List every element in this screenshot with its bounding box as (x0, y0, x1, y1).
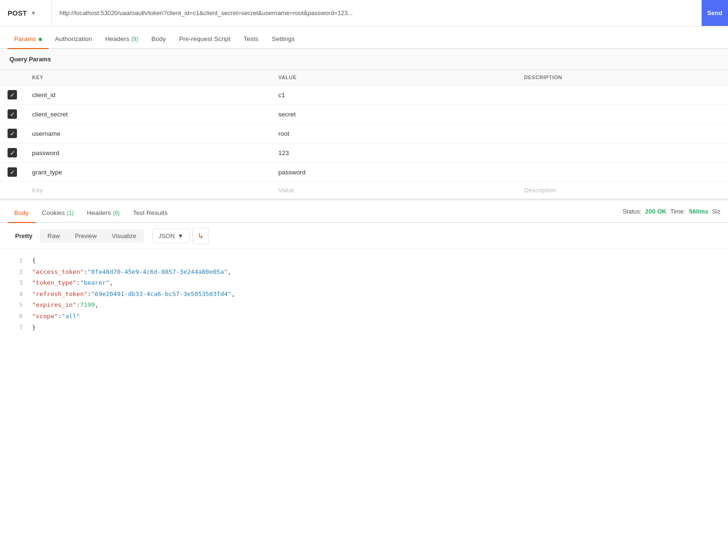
line-number: 1 (8, 256, 23, 266)
format-tab-raw[interactable]: Raw (40, 229, 67, 243)
tab-settings[interactable]: Settings (265, 30, 301, 48)
row-checkbox-cell[interactable]: ✓ (0, 124, 25, 143)
format-type-selector[interactable]: JSON ▼ (152, 229, 190, 243)
col-header-value: VALUE (271, 70, 516, 85)
row-desc-0[interactable] (517, 85, 728, 105)
method-selector[interactable]: POST ▼ (0, 0, 52, 26)
row-checkbox-cell[interactable]: ✓ (0, 85, 25, 105)
headers-badge: (9) (131, 36, 138, 42)
placeholder-description[interactable]: Description (517, 182, 728, 199)
request-tabs-row: Params Authorization Headers(9) Body Pre… (0, 26, 728, 49)
row-desc-2[interactable] (517, 124, 728, 143)
json-colon: : (87, 288, 91, 299)
row-checkbox-cell[interactable]: ✓ (0, 105, 25, 124)
tab-cookies[interactable]: Cookies(1) (35, 204, 80, 222)
response-tabs-left: Body Cookies(1) Headers(8) Test Results (8, 200, 622, 222)
json-value: "all" (62, 311, 80, 321)
row-key-4[interactable]: grant_type (25, 163, 271, 182)
json-comma: , (232, 288, 235, 299)
json-line: 6"scope": "all" (0, 311, 728, 322)
col-header-check (0, 70, 25, 85)
row-key-2[interactable]: username (25, 124, 271, 143)
row-checkbox-cell[interactable]: ✓ (0, 143, 25, 163)
checkmark-icon: ✓ (10, 92, 15, 98)
table-row: ✓ password 123 (0, 143, 728, 163)
response-headers-badge: (8) (113, 210, 120, 216)
format-tab-pretty[interactable]: Pretty (8, 229, 40, 243)
json-value: 7199 (80, 299, 95, 310)
json-output: 1{2"access_token": "0fe48d70-45e9-4c6d-8… (0, 249, 728, 338)
json-key: "expires_in" (32, 299, 76, 310)
json-key: "scope" (32, 311, 58, 321)
line-number: 4 (8, 289, 23, 300)
row-key-1[interactable]: client_secret (25, 105, 271, 124)
row-value-2[interactable]: root (271, 124, 516, 143)
wrap-button[interactable]: ↳ (192, 228, 209, 244)
col-header-key: KEY (25, 70, 271, 85)
json-key: "refresh_token" (32, 288, 87, 299)
checkmark-icon: ✓ (10, 111, 15, 117)
tab-response-body[interactable]: Body (8, 204, 35, 223)
tab-tests[interactable]: Tests (237, 30, 265, 48)
url-input[interactable] (52, 0, 702, 26)
json-brace: } (32, 322, 36, 333)
tab-response-headers[interactable]: Headers(8) (80, 204, 126, 222)
send-button[interactable]: Send (702, 0, 728, 26)
query-params-title: Query Params (0, 49, 728, 70)
response-status-bar: Status: 200 OK Time: 560ms Siz (622, 208, 720, 215)
json-line: 2"access_token": "0fe48d70-45e9-4c6d-885… (0, 266, 728, 278)
response-section: Body Cookies(1) Headers(8) Test Results … (0, 199, 728, 338)
row-desc-1[interactable] (517, 105, 728, 124)
json-line: 7} (0, 322, 728, 333)
json-brace: { (32, 255, 36, 266)
tab-params[interactable]: Params (8, 30, 49, 49)
params-table: KEY VALUE DESCRIPTION ✓ client_id c1 ✓ c… (0, 70, 728, 199)
json-colon: : (58, 311, 62, 321)
table-row: ✓ username root (0, 124, 728, 143)
checkmark-icon: ✓ (10, 131, 15, 137)
json-line: 1{ (0, 255, 728, 266)
format-tab-preview[interactable]: Preview (67, 229, 104, 243)
json-comma: , (95, 299, 99, 310)
checkbox-1[interactable]: ✓ (8, 109, 17, 119)
checkbox-2[interactable]: ✓ (8, 129, 17, 138)
json-value: "0fe48d70-45e9-4c6d-8857-3e244a80e05a" (87, 266, 227, 277)
row-checkbox-cell[interactable]: ✓ (0, 163, 25, 182)
row-desc-4[interactable] (517, 163, 728, 182)
table-row: ✓ client_id c1 (0, 85, 728, 105)
json-key: "access_token" (32, 266, 84, 277)
cookies-badge: (1) (67, 210, 74, 216)
row-desc-3[interactable] (517, 143, 728, 163)
placeholder-value[interactable]: Value (271, 182, 516, 199)
row-value-1[interactable]: secret (271, 105, 516, 124)
tab-test-results[interactable]: Test Results (126, 204, 174, 222)
placeholder-check (0, 182, 25, 199)
checkbox-3[interactable]: ✓ (8, 148, 17, 157)
method-label: POST (8, 9, 27, 17)
row-key-3[interactable]: password (25, 143, 271, 163)
row-value-3[interactable]: 123 (271, 143, 516, 163)
json-line: 5"expires_in": 7199, (0, 299, 728, 311)
json-colon: : (84, 266, 88, 277)
tab-pre-request-script[interactable]: Pre-request Script (173, 30, 237, 48)
table-row: ✓ client_secret secret (0, 105, 728, 124)
wrap-icon: ↳ (198, 231, 204, 240)
json-comma: , (228, 266, 232, 277)
tab-authorization[interactable]: Authorization (49, 30, 99, 48)
format-tab-visualize[interactable]: Visualize (104, 229, 144, 243)
format-bar: Pretty Raw Preview Visualize JSON ▼ ↳ (0, 223, 728, 249)
tab-headers[interactable]: Headers(9) (99, 30, 145, 48)
row-key-0[interactable]: client_id (25, 85, 271, 105)
tab-body[interactable]: Body (145, 30, 173, 48)
checkbox-4[interactable]: ✓ (8, 167, 17, 177)
method-chevron-icon: ▼ (31, 10, 36, 16)
checkmark-icon: ✓ (10, 169, 15, 175)
time-value: 560ms (689, 208, 708, 215)
row-value-0[interactable]: c1 (271, 85, 516, 105)
status-value: 200 OK (645, 208, 667, 215)
json-line: 3"token_type": "bearer", (0, 277, 728, 288)
format-type-label: JSON (158, 232, 175, 239)
checkbox-0[interactable]: ✓ (8, 90, 17, 99)
row-value-4[interactable]: password (271, 163, 516, 182)
placeholder-key[interactable]: Key (25, 182, 271, 199)
